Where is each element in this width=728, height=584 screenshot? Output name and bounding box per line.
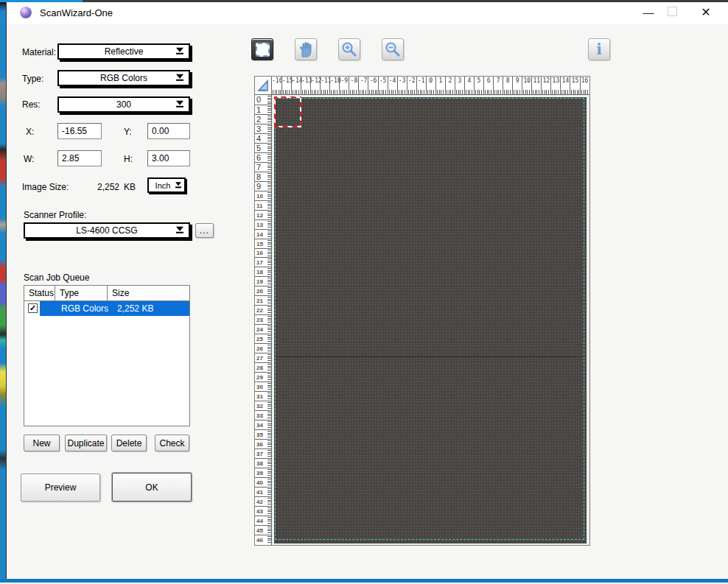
v-ruler-cell: 31 — [255, 391, 271, 401]
h-ruler-cell: -1 — [416, 77, 426, 94]
scan-preview-area[interactable] — [272, 95, 589, 545]
v-ruler-cell: 5 — [255, 143, 271, 152]
window-title: ScanWizard-One — [40, 7, 113, 18]
type-value: RGB Colors — [100, 73, 147, 83]
v-ruler-cell: 43 — [255, 506, 271, 516]
h-ruler-cell: 2 — [445, 77, 455, 94]
row-type: RGB Colors — [61, 303, 108, 314]
zoom-out-tool-button[interactable] — [382, 38, 404, 60]
row-checkbox[interactable]: ✓ — [28, 303, 38, 313]
material-dropdown[interactable]: Reflective — [57, 43, 190, 60]
ok-button[interactable]: OK — [112, 473, 192, 502]
table-row[interactable]: RGB Colors 2,252 KB ✓ — [24, 301, 189, 316]
zoom-in-tool-button[interactable] — [338, 38, 360, 60]
h-ruler-cell: 0 — [426, 77, 435, 94]
check-button[interactable]: Check — [155, 435, 189, 451]
x-label: X: — [26, 127, 34, 137]
y-input[interactable]: 0.00 — [147, 123, 190, 139]
v-ruler-cell: 40 — [255, 477, 271, 487]
h-ruler-cell: -9 — [339, 77, 349, 94]
h-ruler-cell: -16 — [272, 77, 281, 94]
v-ruler-cell: 6 — [255, 152, 271, 162]
v-ruler-cell: 39 — [255, 468, 271, 477]
scan-job-queue-table: Status Type Size RGB Colors 2,252 KB ✓ — [24, 285, 190, 426]
chevron-down-icon — [176, 74, 183, 81]
v-ruler-cell: 26 — [255, 343, 271, 353]
v-ruler-cell: 27 — [255, 353, 271, 362]
column-header-type[interactable]: Type — [55, 286, 108, 300]
maximize-icon — [668, 7, 677, 16]
preview-button[interactable]: Preview — [21, 474, 100, 502]
v-ruler-cell: 20 — [255, 286, 271, 295]
v-ruler-cell: 32 — [255, 401, 271, 410]
material-value: Reflective — [105, 46, 144, 57]
x-input[interactable]: -16.55 — [57, 123, 102, 139]
zoom-out-icon — [384, 41, 402, 58]
h-input[interactable]: 3.00 — [147, 150, 190, 166]
v-ruler-cell: 8 — [255, 172, 271, 181]
scanner-profile-dropdown[interactable]: LS-4600 CCSG — [24, 222, 190, 239]
w-input[interactable]: 2.85 — [57, 150, 102, 166]
v-ruler-cell: 21 — [255, 295, 271, 305]
h-ruler-cell: 9 — [512, 77, 522, 94]
v-ruler-cell: 25 — [255, 334, 271, 343]
v-ruler-cell: 45 — [255, 525, 271, 535]
v-ruler-cell: 4 — [255, 133, 271, 143]
h-ruler-cell: 15 — [570, 77, 579, 94]
v-ruler-cell: 36 — [255, 439, 271, 448]
h-ruler-cell: 3 — [455, 77, 464, 94]
delete-button[interactable]: Delete — [111, 435, 147, 451]
duplicate-button[interactable]: Duplicate — [65, 435, 107, 451]
h-ruler-cell: -12 — [310, 77, 320, 94]
v-ruler-cell: 35 — [255, 429, 271, 439]
column-header-size[interactable]: Size — [108, 286, 189, 300]
selection-rectangle[interactable] — [274, 96, 301, 127]
h-ruler-cell: 8 — [503, 77, 512, 94]
column-header-status[interactable]: Status — [24, 286, 55, 300]
maximize-button[interactable] — [667, 7, 677, 16]
v-ruler-cell: 0 — [255, 95, 271, 105]
background-window-left-strip — [0, 2, 6, 580]
app-icon — [20, 7, 32, 18]
units-dropdown[interactable]: Inch — [147, 177, 186, 193]
type-dropdown[interactable]: RGB Colors — [57, 70, 190, 86]
info-button[interactable]: i — [588, 38, 610, 60]
pan-tool-button[interactable] — [295, 38, 317, 60]
v-ruler-cell: 16 — [255, 248, 271, 258]
v-ruler-cell: 2 — [255, 114, 271, 124]
chevron-down-icon — [176, 101, 183, 108]
res-value: 300 — [116, 99, 131, 110]
v-ruler-cell: 7 — [255, 162, 271, 172]
v-ruler-cell: 17 — [255, 257, 271, 267]
marquee-select-tool-button[interactable] — [251, 38, 273, 60]
new-button[interactable]: New — [24, 435, 60, 451]
h-ruler-cell: -14 — [291, 77, 301, 94]
v-ruler-cell: 13 — [255, 219, 271, 229]
close-button[interactable]: ✕ — [696, 4, 716, 20]
h-ruler-cell: 11 — [531, 77, 541, 94]
h-ruler-cell: -15 — [281, 77, 291, 94]
h-ruler-cell: 12 — [541, 77, 550, 94]
h-ruler-cell: -7 — [358, 77, 368, 94]
image-size-value: 2,252 — [91, 182, 119, 192]
hand-icon — [297, 41, 315, 58]
profile-browse-button[interactable]: ... — [195, 223, 214, 238]
h-ruler-cell: 4 — [464, 77, 474, 94]
v-ruler-cell: 1 — [255, 105, 271, 114]
zoom-in-icon — [340, 41, 358, 58]
h-ruler-cell: -10 — [329, 77, 339, 94]
h-ruler-cell: 14 — [560, 77, 570, 94]
type-label: Type: — [22, 74, 43, 84]
y-label: Y: — [124, 127, 132, 137]
scan-bounds-marquee — [275, 98, 584, 540]
info-icon: i — [596, 42, 602, 57]
v-ruler-cell: 29 — [255, 372, 271, 381]
h-ruler-cell: 6 — [483, 77, 493, 94]
v-ruler-cell: 14 — [255, 229, 271, 239]
v-ruler-cell: 41 — [255, 487, 271, 496]
minimize-button[interactable]: — — [634, 4, 663, 19]
v-ruler-cell: 30 — [255, 381, 271, 391]
v-ruler-cell: 18 — [255, 267, 271, 276]
v-ruler-cell: 34 — [255, 420, 271, 429]
res-dropdown[interactable]: 300 — [57, 96, 190, 113]
